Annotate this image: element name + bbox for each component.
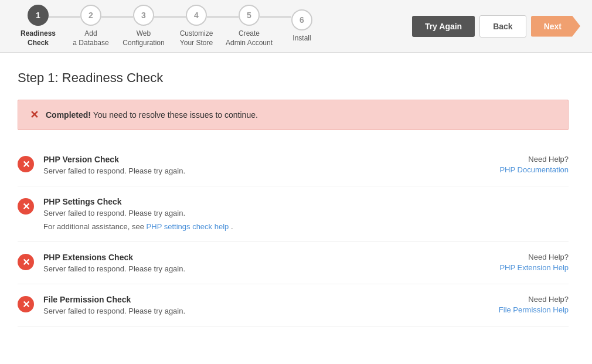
check-desc: Server failed to respond. Please try aga… <box>43 264 471 273</box>
error-icon: ✕ <box>18 198 34 215</box>
step-item-6[interactable]: 6Install <box>275 9 328 43</box>
step-circle-2: 2 <box>80 5 101 26</box>
check-title: PHP Version Check <box>43 155 471 164</box>
error-icon: ✕ <box>18 156 34 172</box>
alert-text: Completed! You need to resolve these iss… <box>46 110 258 120</box>
step-label-5: Create Admin Account <box>226 29 273 47</box>
need-help-label: Need Help? <box>481 155 569 164</box>
try-again-button[interactable]: Try Again <box>412 16 475 37</box>
step-label-1: Readiness Check <box>21 29 56 47</box>
step-label-3: Web Configuration <box>123 29 164 47</box>
check-content: PHP Version CheckServer failed to respon… <box>43 155 471 175</box>
check-title: File Permission Check <box>43 295 471 304</box>
step-circle-4: 4 <box>186 5 207 26</box>
top-nav: 1Readiness Check2Add a Database3Web Conf… <box>0 0 592 53</box>
check-content: PHP Extensions CheckServer failed to res… <box>43 253 471 273</box>
next-button[interactable]: Next <box>531 16 580 37</box>
check-list: ✕PHP Version CheckServer failed to respo… <box>18 144 569 326</box>
check-help: Need Help?PHP Extension Help <box>481 253 569 272</box>
step-circle-3: 3 <box>133 5 154 26</box>
main-content: Step 1: Readiness Check ✕ Completed! You… <box>0 53 586 344</box>
check-desc: Server failed to respond. Please try aga… <box>43 209 569 217</box>
check-desc: Server failed to respond. Please try aga… <box>43 166 471 175</box>
check-extra: For additional assistance, see PHP setti… <box>43 222 569 231</box>
alert-icon: ✕ <box>30 108 39 121</box>
error-icon: ✕ <box>18 254 34 270</box>
check-item: ✕File Permission CheckServer failed to r… <box>18 284 569 326</box>
steps-container: 1Readiness Check2Add a Database3Web Conf… <box>12 5 400 47</box>
page-title: Step 1: Readiness Check <box>18 70 569 86</box>
check-title: PHP Settings Check <box>43 197 569 206</box>
help-link[interactable]: PHP Documentation <box>499 165 569 174</box>
step-item-4[interactable]: 4Customize Your Store <box>170 5 223 47</box>
check-help: Need Help?PHP Documentation <box>481 155 569 174</box>
help-link[interactable]: File Permission Help <box>499 305 569 314</box>
nav-buttons: Try Again Back Next <box>412 15 580 38</box>
alert-banner: ✕ Completed! You need to resolve these i… <box>18 100 569 130</box>
check-item: ✕PHP Version CheckServer failed to respo… <box>18 144 569 186</box>
step-circle-1: 1 <box>28 5 49 26</box>
need-help-label: Need Help? <box>481 253 569 261</box>
check-content: PHP Settings CheckServer failed to respo… <box>43 197 569 231</box>
check-title: PHP Extensions Check <box>43 253 471 262</box>
step-item-1[interactable]: 1Readiness Check <box>12 5 64 47</box>
check-desc: Server failed to respond. Please try aga… <box>43 307 471 315</box>
need-help-label: Need Help? <box>481 295 569 304</box>
check-extra-link[interactable]: PHP settings check help <box>147 222 229 231</box>
back-button[interactable]: Back <box>479 15 526 38</box>
step-item-2[interactable]: 2Add a Database <box>64 5 117 47</box>
check-item: ✕PHP Settings CheckServer failed to resp… <box>18 186 569 242</box>
check-help: Need Help?File Permission Help <box>481 295 569 314</box>
check-content: File Permission CheckServer failed to re… <box>43 295 471 315</box>
error-icon: ✕ <box>18 296 34 312</box>
step-circle-5: 5 <box>239 5 260 26</box>
step-item-5[interactable]: 5Create Admin Account <box>223 5 275 47</box>
step-label-2: Add a Database <box>73 29 108 47</box>
step-label-6: Install <box>292 34 311 43</box>
check-item: ✕PHP Extensions CheckServer failed to re… <box>18 242 569 284</box>
step-item-3[interactable]: 3Web Configuration <box>117 5 170 47</box>
step-label-4: Customize Your Store <box>180 29 213 47</box>
step-circle-6: 6 <box>291 9 312 30</box>
help-link[interactable]: PHP Extension Help <box>499 263 569 272</box>
